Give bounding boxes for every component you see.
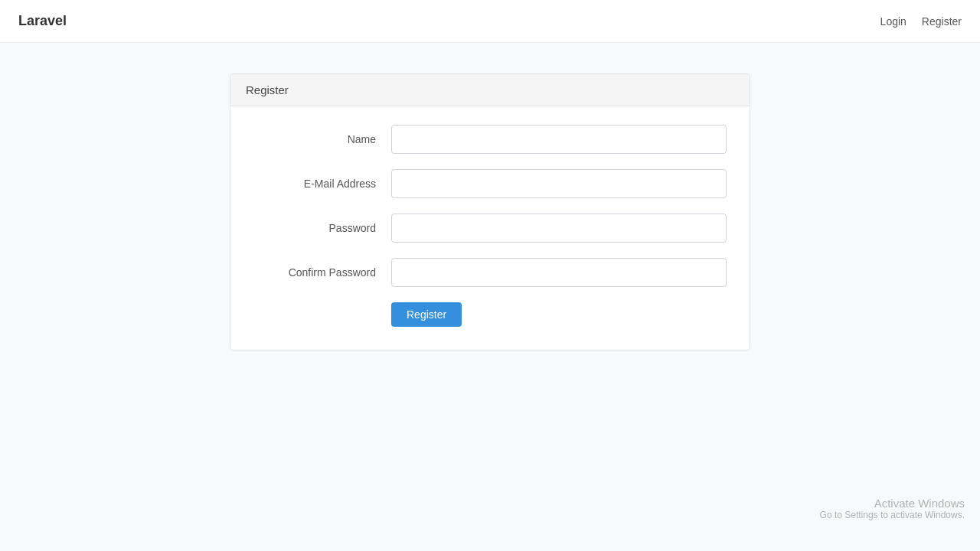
email-group: E-Mail Address	[253, 169, 727, 198]
main-content: Register Name E-Mail Address Password	[0, 43, 980, 381]
card-body: Name E-Mail Address Password Confirm Pas…	[230, 106, 750, 350]
card-header-title: Register	[246, 83, 289, 96]
password-group: Password	[253, 214, 727, 243]
navbar: Laravel Login Register	[0, 0, 980, 43]
password-input[interactable]	[391, 214, 727, 243]
confirm-password-label: Confirm Password	[253, 266, 391, 279]
register-form: Name E-Mail Address Password Confirm Pas…	[253, 125, 727, 327]
name-input[interactable]	[391, 125, 727, 154]
button-row: Register	[253, 302, 727, 327]
nav-register-link[interactable]: Register	[922, 15, 962, 28]
windows-activate-subtitle: Go to Settings to activate Windows.	[820, 510, 965, 520]
email-input[interactable]	[391, 169, 727, 198]
name-label: Name	[253, 133, 391, 145]
name-group: Name	[253, 125, 727, 154]
windows-activate-watermark: Activate Windows Go to Settings to activ…	[820, 497, 965, 520]
email-label: E-Mail Address	[253, 178, 391, 190]
confirm-password-group: Confirm Password	[253, 258, 727, 287]
card-header: Register	[230, 74, 750, 106]
nav-login-link[interactable]: Login	[880, 15, 906, 28]
register-button[interactable]: Register	[391, 302, 462, 327]
navbar-brand[interactable]: Laravel	[18, 13, 67, 29]
windows-activate-title: Activate Windows	[820, 497, 965, 510]
navbar-nav: Login Register	[880, 15, 962, 28]
password-label: Password	[253, 222, 391, 234]
register-card: Register Name E-Mail Address Password	[230, 73, 750, 350]
confirm-password-input[interactable]	[391, 258, 727, 287]
